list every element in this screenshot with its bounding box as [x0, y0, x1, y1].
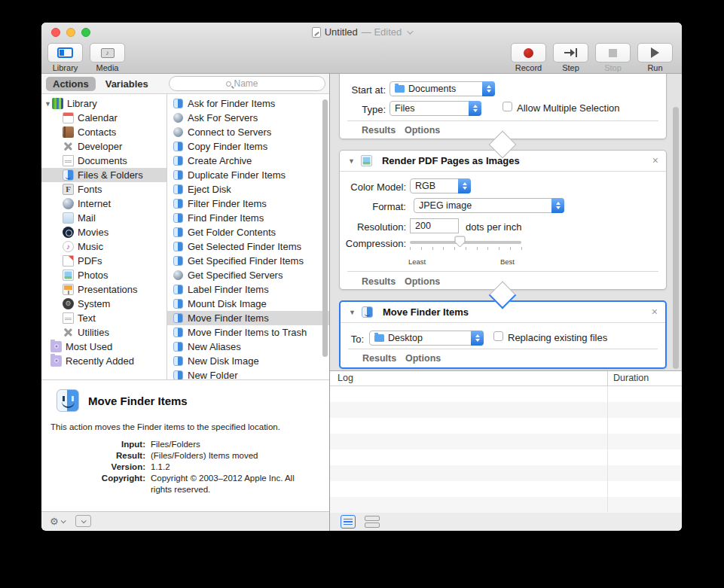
library-item-presentations[interactable]: Presentations — [41, 282, 166, 297]
zoom-window-button[interactable] — [81, 28, 90, 37]
results-button[interactable]: Results — [362, 353, 396, 364]
action-item-copy-finder-items[interactable]: Copy Finder Items — [167, 139, 329, 154]
globe-icon — [173, 113, 183, 123]
workflow-card-move-finder-items[interactable]: ▼ Move Finder Items × To: Desktop Replac… — [339, 300, 667, 369]
variables-view-button[interactable] — [365, 515, 380, 529]
action-item-find-finder-items[interactable]: Find Finder Items — [167, 211, 329, 225]
library-item-recently-added[interactable]: Recently Added — [41, 354, 166, 368]
log-view-button[interactable] — [341, 515, 356, 529]
panel-toggle-button[interactable] — [75, 515, 91, 527]
action-item-move-finder-items[interactable]: Move Finder Items — [167, 311, 329, 325]
library-item-documents[interactable]: Documents — [41, 154, 166, 168]
resolution-input[interactable]: 200 — [410, 218, 459, 233]
workflow-canvas[interactable]: Start at: Documents Type: Files Allow Mu… — [330, 74, 682, 371]
tab-actions[interactable]: Actions — [46, 77, 96, 91]
stop-button[interactable] — [595, 43, 631, 62]
results-button[interactable]: Results — [362, 276, 396, 287]
to-label: To: — [341, 334, 364, 345]
close-icon[interactable]: × — [652, 306, 658, 318]
workflow-card-render-pdf-pages[interactable]: ▼ Render PDF Pages as Images × Color Mod… — [339, 150, 667, 290]
presentations-icon — [63, 284, 74, 295]
library-item-developer[interactable]: Developer — [41, 139, 166, 154]
gear-chevron-icon[interactable] — [60, 518, 66, 523]
color-model-popup[interactable]: RGB — [410, 178, 471, 193]
resolution-label: Resolution: — [340, 221, 406, 233]
format-popup[interactable]: JPEG image — [414, 198, 564, 213]
allow-multiple-selection-checkbox[interactable] — [503, 102, 512, 111]
start-at-popup[interactable]: Documents — [389, 81, 495, 96]
action-item-mount-disk-image[interactable]: Mount Disk Image — [167, 297, 329, 311]
compression-max-label: Best — [500, 257, 515, 266]
action-item-get-selected-finder-items[interactable]: Get Selected Finder Items — [167, 239, 329, 254]
disclosure-triangle-icon[interactable]: ▼ — [44, 100, 52, 108]
action-item-new-folder[interactable]: New Folder — [167, 368, 329, 379]
type-popup[interactable]: Files — [389, 101, 481, 116]
library-item-most-used[interactable]: Most Used — [41, 340, 166, 354]
library-item-mail[interactable]: Mail — [41, 211, 166, 225]
library-item-utilities[interactable]: Utilities — [41, 325, 166, 340]
card-divider — [348, 349, 658, 349]
disclosure-triangle-icon[interactable]: ▼ — [349, 309, 356, 316]
action-item-ask-for-finder-items[interactable]: Ask for Finder Items — [167, 96, 329, 111]
gear-icon[interactable]: ⚙ — [50, 516, 59, 527]
results-button[interactable]: Results — [362, 125, 396, 136]
library-button[interactable] — [47, 43, 83, 62]
title-chevron-icon[interactable] — [407, 28, 413, 34]
action-item-get-folder-contents[interactable]: Get Folder Contents — [167, 225, 329, 239]
action-item-eject-disk[interactable]: Eject Disk — [167, 182, 329, 197]
library-item-movies[interactable]: Movies — [41, 225, 166, 239]
finder-icon — [173, 256, 183, 266]
options-button[interactable]: Options — [405, 353, 441, 364]
workflow-scrollbar[interactable] — [673, 107, 679, 369]
close-icon[interactable]: × — [652, 154, 658, 166]
library-item-photos[interactable]: Photos — [41, 268, 166, 282]
action-item-move-finder-items-to-trash[interactable]: Move Finder Items to Trash — [167, 325, 329, 340]
action-item-ask-for-servers[interactable]: Ask For Servers — [167, 111, 329, 125]
action-item-get-specified-servers[interactable]: Get Specified Servers — [167, 268, 329, 282]
action-item-new-aliases[interactable]: New Aliases — [167, 340, 329, 354]
action-item-connect-to-servers[interactable]: Connect to Servers — [167, 125, 329, 139]
library-item-root[interactable]: ▼Library — [41, 96, 166, 111]
workflow-card-ask-for-finder-items[interactable]: Start at: Documents Type: Files Allow Mu… — [339, 74, 667, 139]
minimize-window-button[interactable] — [66, 28, 75, 37]
titlebar[interactable]: Untitled — Edited — [41, 23, 682, 41]
close-window-button[interactable] — [51, 28, 60, 37]
library-item-pdfs[interactable]: PDFs — [41, 254, 166, 268]
compression-slider-track[interactable] — [410, 241, 521, 244]
library-item-system[interactable]: ⚙System — [41, 297, 166, 311]
description-title: Move Finder Items — [88, 395, 188, 407]
action-item-get-specified-finder-items[interactable]: Get Specified Finder Items — [167, 254, 329, 268]
disclosure-triangle-icon[interactable]: ▼ — [348, 157, 355, 165]
library-pane: ▼Library Calendar Contacts Developer Doc… — [41, 94, 167, 379]
log-column-header[interactable]: Log — [338, 373, 353, 383]
record-button[interactable] — [511, 43, 546, 62]
compression-slider-thumb[interactable] — [454, 236, 466, 251]
search-field[interactable] — [169, 76, 325, 91]
action-item-label-finder-items[interactable]: Label Finder Items — [167, 282, 329, 297]
calendar-icon — [63, 112, 74, 123]
library-item-text[interactable]: Text — [41, 311, 166, 325]
library-item-files-folders[interactable]: Files & Folders — [41, 168, 166, 182]
action-item-create-archive[interactable]: Create Archive — [167, 154, 329, 168]
media-button[interactable]: ♪ — [90, 43, 125, 62]
options-button[interactable]: Options — [405, 276, 440, 287]
column-divider[interactable] — [607, 371, 608, 385]
library-item-music[interactable]: ♪Music — [41, 239, 166, 254]
action-item-duplicate-finder-items[interactable]: Duplicate Finder Items — [167, 168, 329, 182]
actions-scrollbar[interactable] — [322, 99, 328, 357]
globe-icon — [173, 127, 183, 137]
options-button[interactable]: Options — [405, 125, 440, 136]
tab-variables[interactable]: Variables — [99, 77, 155, 91]
run-button[interactable] — [637, 43, 673, 62]
to-popup[interactable]: Desktop — [369, 331, 484, 346]
step-button[interactable] — [553, 43, 588, 62]
library-item-contacts[interactable]: Contacts — [41, 125, 166, 139]
library-item-internet[interactable]: Internet — [41, 197, 166, 211]
action-item-filter-finder-items[interactable]: Filter Finder Items — [167, 197, 329, 211]
library-item-calendar[interactable]: Calendar — [41, 111, 166, 125]
replacing-existing-files-checkbox[interactable] — [493, 331, 503, 341]
search-input[interactable] — [234, 78, 269, 89]
action-item-new-disk-image[interactable]: New Disk Image — [167, 354, 329, 368]
library-item-fonts[interactable]: FFonts — [41, 182, 166, 197]
duration-column-header[interactable]: Duration — [613, 373, 649, 383]
